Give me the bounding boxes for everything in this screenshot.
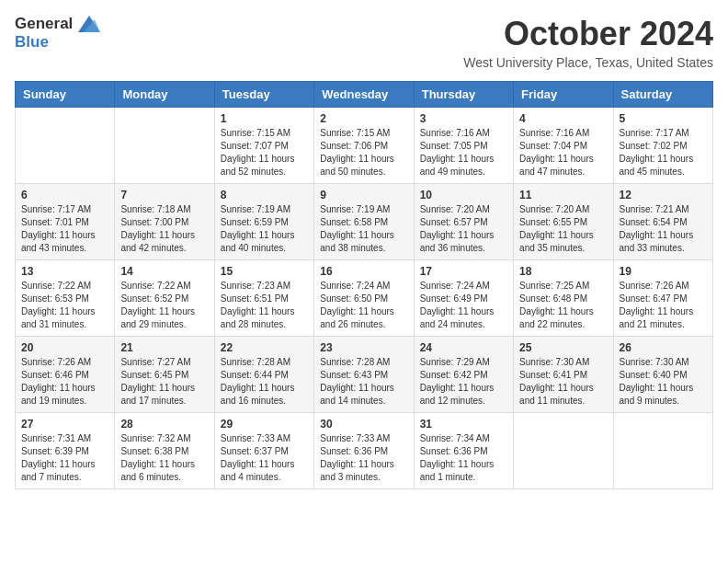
calendar-cell: 25Sunrise: 7:30 AM Sunset: 6:41 PM Dayli… [514,337,613,413]
day-info: Sunrise: 7:15 AM Sunset: 7:06 PM Dayligh… [320,127,407,178]
day-number: 7 [120,189,208,201]
day-number: 18 [519,265,607,278]
title-section: October 2024 West University Place, Texa… [463,15,713,70]
day-number: 19 [620,265,707,278]
day-info: Sunrise: 7:25 AM Sunset: 6:48 PM Dayligh… [519,280,607,331]
day-number: 8 [221,189,308,201]
calendar-cell: 23Sunrise: 7:28 AM Sunset: 6:43 PM Dayli… [314,337,414,413]
day-number: 13 [21,265,108,278]
day-info: Sunrise: 7:21 AM Sunset: 6:54 PM Dayligh… [620,203,707,255]
day-number: 12 [620,189,707,201]
calendar-cell [613,413,712,489]
month-title: October 2024 [463,15,713,53]
day-info: Sunrise: 7:19 AM Sunset: 6:58 PM Dayligh… [320,203,407,255]
calendar-cell: 26Sunrise: 7:30 AM Sunset: 6:40 PM Dayli… [613,337,712,413]
day-number: 1 [221,112,308,125]
calendar-cell: 16Sunrise: 7:24 AM Sunset: 6:50 PM Dayli… [314,260,414,337]
day-info: Sunrise: 7:15 AM Sunset: 7:07 PM Dayligh… [221,127,308,178]
calendar-cell: 18Sunrise: 7:25 AM Sunset: 6:48 PM Dayli… [514,260,613,337]
day-number: 15 [221,265,308,278]
day-info: Sunrise: 7:33 AM Sunset: 6:37 PM Dayligh… [221,432,308,484]
calendar-week-row: 27Sunrise: 7:31 AM Sunset: 6:39 PM Dayli… [16,413,713,489]
calendar-cell: 4Sunrise: 7:16 AM Sunset: 7:04 PM Daylig… [514,108,613,184]
calendar-week-row: 1Sunrise: 7:15 AM Sunset: 7:07 PM Daylig… [16,108,713,184]
logo-general-text: General [15,15,73,33]
day-number: 25 [519,341,607,354]
calendar-cell: 24Sunrise: 7:29 AM Sunset: 6:42 PM Dayli… [414,337,513,413]
day-info: Sunrise: 7:28 AM Sunset: 6:44 PM Dayligh… [221,356,308,408]
day-number: 26 [620,341,707,354]
column-header-sunday: Sunday [16,82,115,108]
day-number: 2 [320,112,407,125]
day-number: 4 [519,112,607,125]
calendar-cell: 22Sunrise: 7:28 AM Sunset: 6:44 PM Dayli… [214,337,313,413]
column-header-monday: Monday [115,82,214,108]
day-info: Sunrise: 7:31 AM Sunset: 6:39 PM Dayligh… [21,432,108,484]
calendar-cell: 2Sunrise: 7:15 AM Sunset: 7:06 PM Daylig… [314,108,414,184]
day-info: Sunrise: 7:16 AM Sunset: 7:04 PM Dayligh… [519,127,607,178]
day-info: Sunrise: 7:23 AM Sunset: 6:51 PM Dayligh… [221,280,308,331]
column-header-tuesday: Tuesday [214,82,313,108]
calendar-cell: 29Sunrise: 7:33 AM Sunset: 6:37 PM Dayli… [214,413,313,489]
calendar-week-row: 6Sunrise: 7:17 AM Sunset: 7:01 PM Daylig… [16,184,713,260]
day-info: Sunrise: 7:26 AM Sunset: 6:47 PM Dayligh… [620,280,707,331]
day-info: Sunrise: 7:19 AM Sunset: 6:59 PM Dayligh… [221,203,308,255]
calendar-header-row: SundayMondayTuesdayWednesdayThursdayFrid… [16,82,713,108]
day-info: Sunrise: 7:34 AM Sunset: 6:36 PM Dayligh… [420,432,507,484]
calendar-cell: 5Sunrise: 7:17 AM Sunset: 7:02 PM Daylig… [613,108,712,184]
calendar-cell: 10Sunrise: 7:20 AM Sunset: 6:57 PM Dayli… [414,184,513,260]
calendar-cell: 19Sunrise: 7:26 AM Sunset: 6:47 PM Dayli… [613,260,712,337]
calendar-cell: 17Sunrise: 7:24 AM Sunset: 6:49 PM Dayli… [414,260,513,337]
day-number: 31 [420,418,507,431]
day-info: Sunrise: 7:18 AM Sunset: 7:00 PM Dayligh… [120,203,208,255]
calendar-cell: 30Sunrise: 7:33 AM Sunset: 6:36 PM Dayli… [314,413,414,489]
column-header-thursday: Thursday [414,82,513,108]
logo-blue-text: Blue [15,33,49,51]
day-number: 5 [620,112,707,125]
calendar-cell: 9Sunrise: 7:19 AM Sunset: 6:58 PM Daylig… [314,184,414,260]
calendar-cell: 27Sunrise: 7:31 AM Sunset: 6:39 PM Dayli… [16,413,115,489]
logo: General Blue [15,15,100,52]
day-info: Sunrise: 7:26 AM Sunset: 6:46 PM Dayligh… [21,356,108,408]
day-number: 24 [420,341,507,354]
calendar-cell: 14Sunrise: 7:22 AM Sunset: 6:52 PM Dayli… [115,260,214,337]
day-number: 11 [519,189,607,201]
day-number: 17 [420,265,507,278]
day-number: 14 [120,265,208,278]
day-number: 16 [320,265,407,278]
calendar-cell: 28Sunrise: 7:32 AM Sunset: 6:38 PM Dayli… [115,413,214,489]
day-number: 21 [120,341,208,354]
day-info: Sunrise: 7:30 AM Sunset: 6:41 PM Dayligh… [519,356,607,408]
calendar-cell: 21Sunrise: 7:27 AM Sunset: 6:45 PM Dayli… [115,337,214,413]
day-info: Sunrise: 7:30 AM Sunset: 6:40 PM Dayligh… [620,356,707,408]
day-info: Sunrise: 7:32 AM Sunset: 6:38 PM Dayligh… [120,432,208,484]
day-number: 20 [21,341,108,354]
day-info: Sunrise: 7:33 AM Sunset: 6:36 PM Dayligh… [320,432,407,484]
day-info: Sunrise: 7:16 AM Sunset: 7:05 PM Dayligh… [420,127,507,178]
calendar-cell: 12Sunrise: 7:21 AM Sunset: 6:54 PM Dayli… [613,184,712,260]
column-header-saturday: Saturday [613,82,712,108]
day-info: Sunrise: 7:17 AM Sunset: 7:02 PM Dayligh… [620,127,707,178]
day-info: Sunrise: 7:24 AM Sunset: 6:49 PM Dayligh… [420,280,507,331]
day-number: 22 [221,341,308,354]
calendar-cell: 1Sunrise: 7:15 AM Sunset: 7:07 PM Daylig… [214,108,313,184]
day-number: 27 [21,418,108,431]
day-number: 9 [320,189,407,201]
calendar-cell: 15Sunrise: 7:23 AM Sunset: 6:51 PM Dayli… [214,260,313,337]
day-info: Sunrise: 7:17 AM Sunset: 7:01 PM Dayligh… [21,203,108,255]
logo-icon [78,16,100,32]
calendar-cell: 8Sunrise: 7:19 AM Sunset: 6:59 PM Daylig… [214,184,313,260]
calendar-week-row: 20Sunrise: 7:26 AM Sunset: 6:46 PM Dayli… [16,337,713,413]
day-number: 29 [221,418,308,431]
calendar-cell: 20Sunrise: 7:26 AM Sunset: 6:46 PM Dayli… [16,337,115,413]
day-info: Sunrise: 7:28 AM Sunset: 6:43 PM Dayligh… [320,356,407,408]
calendar-week-row: 13Sunrise: 7:22 AM Sunset: 6:53 PM Dayli… [16,260,713,337]
day-info: Sunrise: 7:27 AM Sunset: 6:45 PM Dayligh… [120,356,208,408]
day-info: Sunrise: 7:29 AM Sunset: 6:42 PM Dayligh… [420,356,507,408]
day-number: 10 [420,189,507,201]
day-info: Sunrise: 7:20 AM Sunset: 6:57 PM Dayligh… [420,203,507,255]
day-info: Sunrise: 7:22 AM Sunset: 6:52 PM Dayligh… [120,280,208,331]
calendar-cell [115,108,214,184]
calendar-cell: 3Sunrise: 7:16 AM Sunset: 7:05 PM Daylig… [414,108,513,184]
calendar-cell: 31Sunrise: 7:34 AM Sunset: 6:36 PM Dayli… [414,413,513,489]
